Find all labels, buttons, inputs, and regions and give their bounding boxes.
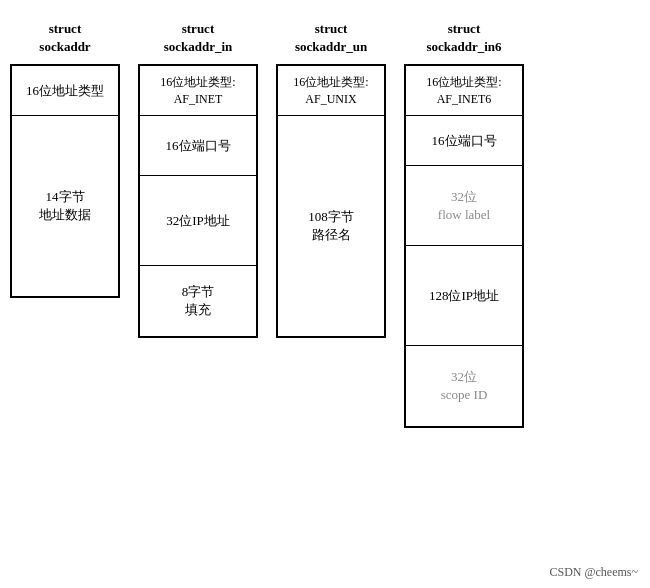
sockaddrin-box: 16位地址类型:AF_INET 16位端口号 32位IP地址 8字节填充 bbox=[138, 64, 258, 338]
struct-sockaddrin-block: struct sockaddr_in 16位地址类型:AF_INET 16位端口… bbox=[138, 20, 258, 338]
sockaddrin6-title: struct sockaddr_in6 bbox=[426, 20, 501, 56]
sockaddrin6-cell-flow: 32位flow label bbox=[406, 166, 522, 246]
sockaddrun-cell-addr-type: 16位地址类型:AF_UNIX bbox=[278, 66, 384, 116]
struct-sockaddrin6-block: struct sockaddr_in6 16位地址类型:AF_INET6 16位… bbox=[404, 20, 524, 428]
sockaddrin-title: struct sockaddr_in bbox=[164, 20, 233, 56]
sockaddrin6-cell-ip: 128位IP地址 bbox=[406, 246, 522, 346]
sockaddrin6-box: 16位地址类型:AF_INET6 16位端口号 32位flow label 12… bbox=[404, 64, 524, 428]
sockaddrin6-cell-addr-type: 16位地址类型:AF_INET6 bbox=[406, 66, 522, 116]
sockaddrin-cell-ip: 32位IP地址 bbox=[140, 176, 256, 266]
sockaddrun-title: struct sockaddr_un bbox=[295, 20, 367, 56]
struct-sockaddr-block: struct sockaddr 16位地址类型 14字节地址数据 bbox=[10, 20, 120, 298]
sockaddrun-cell-path: 108字节路径名 bbox=[278, 116, 384, 336]
sockaddrin-cell-port: 16位端口号 bbox=[140, 116, 256, 176]
sockaddr-box: 16位地址类型 14字节地址数据 bbox=[10, 64, 120, 298]
watermark: CSDN @cheems~ bbox=[549, 565, 638, 580]
sockaddr-title: struct sockaddr bbox=[39, 20, 90, 56]
sockaddr-cell-addr-data: 14字节地址数据 bbox=[12, 116, 118, 296]
sockaddrin6-cell-port: 16位端口号 bbox=[406, 116, 522, 166]
sockaddrin-cell-pad: 8字节填充 bbox=[140, 266, 256, 336]
sockaddrun-box: 16位地址类型:AF_UNIX 108字节路径名 bbox=[276, 64, 386, 338]
sockaddrin-cell-addr-type: 16位地址类型:AF_INET bbox=[140, 66, 256, 116]
main-container: struct sockaddr 16位地址类型 14字节地址数据 struct … bbox=[0, 0, 650, 438]
sockaddrin6-cell-scope: 32位scope ID bbox=[406, 346, 522, 426]
struct-sockaddrun-block: struct sockaddr_un 16位地址类型:AF_UNIX 108字节… bbox=[276, 20, 386, 338]
sockaddr-cell-addr-type: 16位地址类型 bbox=[12, 66, 118, 116]
